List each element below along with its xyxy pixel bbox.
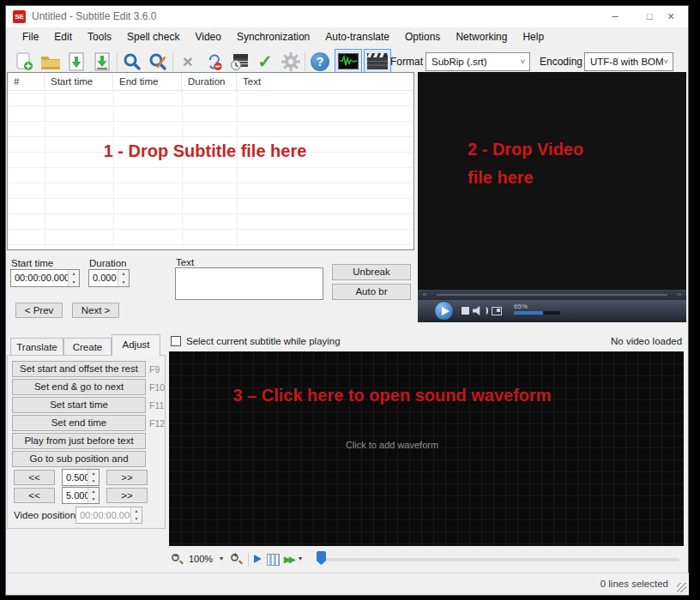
video-toggle-button[interactable] [364, 49, 391, 74]
spinner-arrows[interactable] [118, 270, 129, 286]
volume-icon[interactable] [473, 306, 482, 315]
seek-back-large-button[interactable]: << [14, 488, 55, 503]
spin-down-icon[interactable] [69, 279, 79, 287]
waveform-play-icon[interactable] [254, 555, 262, 563]
menu-tools[interactable]: Tools [80, 27, 119, 47]
spinner-arrows[interactable] [130, 507, 142, 523]
video-seek-bar[interactable]: ‹‹ ›› [418, 290, 686, 300]
start-time-spinner[interactable]: 00:00:00.000 [10, 269, 80, 287]
column-text[interactable]: Text [237, 73, 413, 91]
auto-br-button[interactable]: Auto br [332, 284, 411, 300]
spin-down-icon[interactable] [131, 515, 142, 523]
volume-slider[interactable] [514, 311, 560, 315]
play-before-text-button[interactable]: Play from just before text [12, 433, 146, 449]
next-button[interactable]: Next > [72, 303, 119, 318]
tab-adjust[interactable]: Adjust [112, 334, 160, 356]
spin-down-icon[interactable] [88, 495, 99, 503]
spell-check-listen-icon[interactable] [202, 50, 226, 74]
spin-up-icon[interactable] [88, 488, 99, 495]
menu-help[interactable]: Help [515, 27, 552, 47]
menu-file[interactable]: File [15, 27, 46, 47]
waveform-toggle-button[interactable] [335, 49, 362, 74]
menu-options[interactable]: Options [397, 27, 448, 47]
subtitle-text-input[interactable] [175, 267, 323, 300]
large-step-spinner[interactable]: 5.000 [62, 487, 100, 504]
save-as-icon[interactable] [90, 50, 114, 74]
help-icon[interactable] [308, 50, 332, 74]
unbreak-button[interactable]: Unbreak [332, 264, 411, 280]
minimize-button[interactable] [598, 6, 632, 27]
remove-text-for-hi-icon[interactable]: × [176, 50, 200, 74]
column-end-time[interactable]: End time [113, 73, 182, 91]
menu-spell-check[interactable]: Spell check [119, 27, 187, 47]
spin-up-icon[interactable] [88, 470, 99, 477]
menu-video[interactable]: Video [187, 27, 228, 47]
settings-gear-icon[interactable] [279, 50, 303, 74]
fix-common-errors-icon[interactable]: ✓ [253, 50, 277, 74]
play-button[interactable] [434, 301, 454, 321]
new-file-icon[interactable] [13, 50, 37, 74]
seek-fwd-small-button[interactable]: >> [106, 470, 148, 485]
playback-speed-icon[interactable]: ▶▶ [284, 555, 293, 564]
stop-button[interactable] [462, 307, 469, 315]
spin-down-icon[interactable] [118, 279, 129, 287]
spinner-arrows[interactable] [68, 270, 79, 286]
waveform-slider-handle[interactable] [317, 551, 326, 565]
show-frames-icon[interactable] [267, 554, 280, 566]
spin-down-icon[interactable] [88, 477, 99, 485]
menu-auto-translate[interactable]: Auto-translate [317, 27, 397, 47]
go-to-sub-position-button[interactable]: Go to sub position and [12, 451, 146, 467]
subtitle-list[interactable]: # Start time End time Duration Text 1 - … [7, 72, 414, 250]
set-end-time-button[interactable]: Set end time [12, 415, 146, 431]
seek-forward-icon[interactable]: ›› [677, 290, 681, 300]
video-position-spinner[interactable]: 00:00:00.000 [75, 507, 142, 524]
seek-track[interactable] [437, 294, 667, 296]
save-icon[interactable] [64, 50, 88, 74]
format-value: SubRip (.srt) [431, 57, 487, 67]
waveform-zoom-value[interactable]: 100% [189, 554, 213, 564]
replace-icon[interactable] [146, 50, 170, 74]
spin-up-icon[interactable] [131, 507, 142, 515]
title-bar[interactable]: SE Untitled - Subtitle Edit 3.6.0 [6, 6, 688, 27]
small-step-spinner[interactable]: 0.500 [62, 469, 100, 486]
waveform-position-slider[interactable] [319, 558, 679, 561]
find-icon[interactable] [120, 50, 144, 74]
zoom-in-icon[interactable]: + [231, 554, 242, 565]
prev-button[interactable]: < Prev [15, 303, 63, 318]
open-file-icon[interactable] [39, 50, 63, 74]
column-start-time[interactable]: Start time [45, 73, 113, 91]
column-number[interactable]: # [8, 73, 45, 91]
format-dropdown[interactable]: SubRip (.srt) [425, 52, 530, 71]
resize-grip[interactable] [677, 583, 686, 592]
set-start-time-button[interactable]: Set start time [12, 397, 146, 413]
tab-translate[interactable]: Translate [10, 338, 63, 356]
subtitle-list-body[interactable] [8, 91, 413, 249]
video-player[interactable]: 2 - Drop Video file here ‹‹ ›› 65% [418, 72, 686, 322]
toolbar-separator [172, 52, 173, 71]
duration-spinner[interactable]: 0.000 [88, 269, 130, 287]
select-current-subtitle-checkbox[interactable] [171, 336, 181, 346]
menu-synchronization[interactable]: Synchronization [229, 27, 317, 47]
encoding-dropdown[interactable]: UTF-8 with BOM [584, 52, 673, 71]
help-question-glyph [311, 52, 329, 71]
spinner-arrows[interactable] [88, 488, 99, 503]
seek-back-icon[interactable]: ‹‹ [423, 290, 427, 300]
speed-dropdown-icon[interactable] [299, 555, 302, 562]
close-button[interactable] [654, 6, 688, 27]
seek-back-small-button[interactable]: << [14, 470, 55, 485]
menu-networking[interactable]: Networking [448, 27, 515, 47]
spin-up-icon[interactable] [118, 270, 129, 279]
fullscreen-icon[interactable] [492, 307, 502, 315]
zoom-out-icon[interactable]: – [172, 554, 183, 565]
column-duration[interactable]: Duration [182, 73, 237, 91]
set-start-offset-rest-button[interactable]: Set start and offset the rest [12, 361, 146, 377]
seek-fwd-large-button[interactable]: >> [106, 488, 148, 503]
spinner-arrows[interactable] [88, 470, 99, 485]
tab-create[interactable]: Create [63, 338, 112, 356]
spin-up-icon[interactable] [69, 270, 79, 279]
zoom-dropdown-icon[interactable] [220, 555, 223, 562]
waveform-area[interactable]: 3 – Click here to open sound waveform Cl… [169, 351, 684, 546]
visual-sync-icon[interactable] [227, 50, 251, 74]
menu-edit[interactable]: Edit [46, 27, 80, 47]
set-end-go-next-button[interactable]: Set end & go to next [12, 379, 146, 395]
